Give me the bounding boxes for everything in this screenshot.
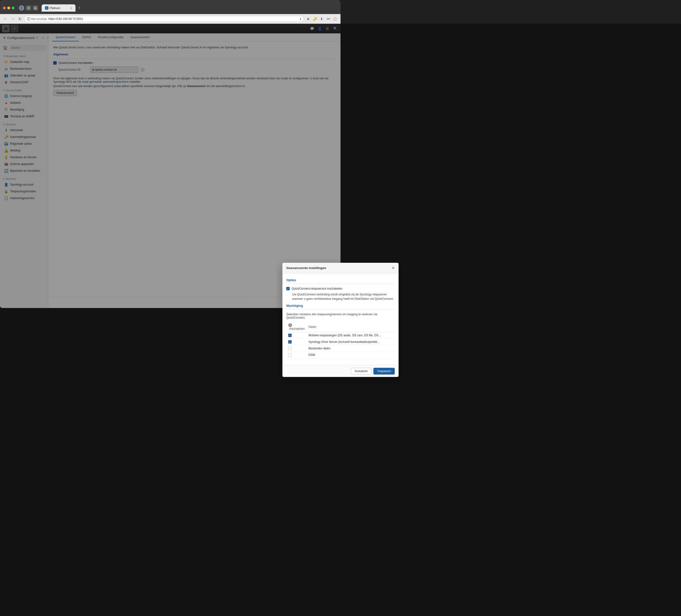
tab-close-button[interactable]: ✕ (70, 7, 72, 9)
modal-header: Geavanceerde instellingen ✕ (282, 263, 340, 274)
options-section-title: Opties (286, 278, 340, 282)
tab-title: Platinum (50, 6, 69, 9)
address-bar[interactable]: ✕ Niet beveiligd https://192.168.68.72:5… (24, 16, 304, 22)
extension-icon[interactable]: ⊞ (26, 5, 31, 10)
active-tab[interactable]: D Platinum ✕ (42, 4, 76, 11)
not-secure-label: Niet beveiligd (31, 18, 47, 20)
relay-service-label: QuickConnect-relayservice inschakelen (292, 287, 340, 290)
url-text: https://192.168.68.72:5001 (48, 17, 298, 21)
modal-body: Opties QuickConnect-relayservice inschak… (282, 274, 340, 308)
modal-overlay: Geavanceerde instellingen ✕ Opties Quick… (0, 24, 340, 308)
security-indicator: ✕ Niet beveiligd (27, 17, 47, 21)
relay-service-checkbox[interactable] (286, 287, 290, 290)
modal-title: Geavanceerde instellingen (286, 266, 326, 270)
back-button[interactable]: ← (2, 16, 8, 22)
traffic-lights (3, 6, 15, 9)
reload-button[interactable]: ↻ (17, 16, 23, 22)
update-button[interactable]: ⬇ (319, 16, 325, 22)
relay-description: Uw QuickConnect-verbinding wordt omgelei… (292, 292, 340, 301)
profile-button[interactable]: ⬡ (332, 16, 338, 22)
maximize-window-button[interactable] (11, 6, 15, 9)
not-secure-icon: ✕ (27, 17, 30, 21)
more-button[interactable]: ••• (326, 16, 331, 22)
relay-service-row: QuickConnect-relayservice inschakelen (286, 287, 340, 290)
tab-bar: D Platinum ✕ + (42, 4, 337, 11)
permission-section-title: Machtiging (286, 304, 340, 308)
browser-toolbar: ← → ↻ ✕ Niet beveiligd https://192.168.6… (0, 14, 340, 24)
advanced-settings-modal: Geavanceerde instellingen ✕ Opties Quick… (282, 263, 340, 308)
new-tab-button[interactable]: + (76, 5, 82, 11)
toolbar-actions: ★ 🔑 ⬇ ••• ⬡ (305, 16, 338, 22)
password-button[interactable]: 🔑 (312, 16, 318, 22)
profile-avatar[interactable]: 👤 (19, 5, 24, 11)
options-divider (286, 284, 340, 284)
close-window-button[interactable] (3, 6, 6, 9)
minimize-window-button[interactable] (7, 6, 10, 9)
forward-button[interactable]: → (10, 16, 16, 22)
browser-chrome: 👤 ⊞ ▤ D Platinum ✕ + (0, 0, 340, 14)
info-button[interactable]: ℹ (300, 17, 301, 21)
browser-icon-2[interactable]: ▤ (33, 5, 38, 10)
tab-favicon: D (45, 6, 48, 10)
bookmark-button[interactable]: ★ (305, 16, 311, 22)
